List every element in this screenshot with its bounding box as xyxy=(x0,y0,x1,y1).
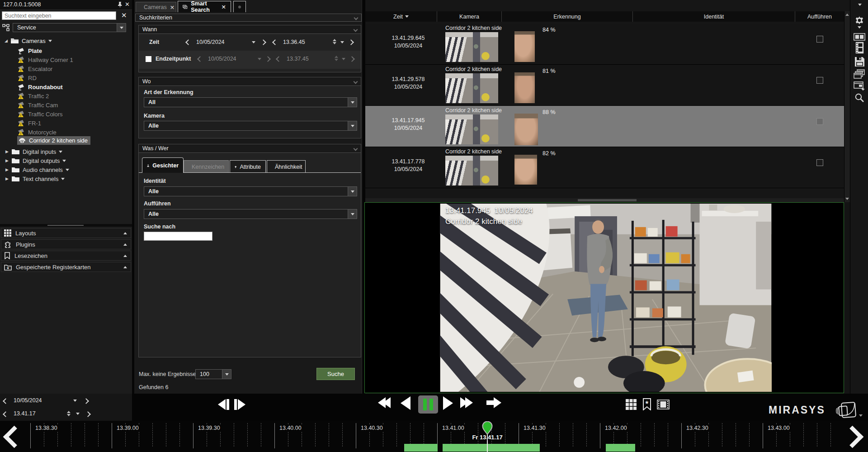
tab-smart-search[interactable]: Smart Search ✕ xyxy=(178,1,231,12)
result-row[interactable]: 13.41.29.64510/05/2024 Corridor 2 kitche… xyxy=(365,24,844,65)
collapsed-icon[interactable]: ▶ xyxy=(5,158,9,163)
sidebar-splitter[interactable] xyxy=(0,224,132,227)
tree-item-plate[interactable]: Plate xyxy=(17,46,42,55)
result-thumbnail[interactable] xyxy=(445,114,498,144)
collapsed-icon[interactable]: ▶ xyxy=(5,176,9,181)
search-clear-icon[interactable]: ✕ xyxy=(121,11,127,19)
tree-item-traffic-colors[interactable]: Traffic Colors xyxy=(17,109,63,119)
identitaet-select[interactable]: Alle xyxy=(144,186,357,196)
gear-dropdown-icon[interactable] xyxy=(858,26,861,29)
time-spinner[interactable] xyxy=(67,411,71,416)
tree-item-roundabout[interactable]: Roundabout xyxy=(17,82,63,91)
scrollbar-thumb[interactable] xyxy=(578,199,637,201)
auffuehren-checkbox[interactable] xyxy=(816,118,823,125)
column-header-kamera[interactable]: Kamera xyxy=(437,11,502,22)
service-dropdown-icon[interactable] xyxy=(117,24,126,32)
collapse-up-icon[interactable] xyxy=(123,232,127,234)
accordion-lesezeichen[interactable]: Lesezeichen xyxy=(1,251,131,261)
pause-button[interactable] xyxy=(418,395,438,414)
auffuehren-checkbox[interactable] xyxy=(816,77,823,84)
bookmark-star-icon[interactable]: ★ xyxy=(642,398,651,410)
chevron-down-icon[interactable] xyxy=(61,178,65,180)
tree-folder-digital-outputs[interactable]: ▶ Digital outputs xyxy=(5,156,66,165)
accordion-plugins[interactable]: Plugins xyxy=(1,239,131,249)
tree-item-traffic-2[interactable]: Traffic 2 xyxy=(17,91,49,100)
pin-icon[interactable] xyxy=(117,1,123,8)
tree-item-hallway-corner-1[interactable]: Hallway Corner 1 xyxy=(17,55,73,64)
scroll-down-icon[interactable] xyxy=(845,198,849,200)
kamera-select[interactable]: Alle xyxy=(144,121,357,131)
recording-activity-segment[interactable] xyxy=(404,444,438,452)
copy-windows-icon[interactable] xyxy=(854,69,865,79)
search-input[interactable] xyxy=(2,11,116,20)
tab-gesichter[interactable]: Gesichter xyxy=(142,157,184,173)
detected-face-image[interactable] xyxy=(514,114,538,145)
tree-item-escalator[interactable]: Escalator xyxy=(17,64,52,73)
filmstrip-view-icon[interactable] xyxy=(657,400,670,409)
result-thumbnail[interactable] xyxy=(445,32,498,62)
tree-item-fr-1[interactable]: FR-1 xyxy=(17,119,41,128)
tree-item-rd[interactable]: RD xyxy=(17,73,37,82)
detected-face-image[interactable] xyxy=(514,72,535,103)
tree-item-traffic-cam[interactable]: Traffic Cam xyxy=(17,100,58,109)
scroll-up-icon[interactable] xyxy=(845,14,849,16)
play-backward-button[interactable] xyxy=(401,396,410,411)
jump-forward-button[interactable] xyxy=(486,397,501,408)
column-header-erkennung[interactable]: Erkennung xyxy=(502,11,633,22)
play-button[interactable] xyxy=(443,396,453,411)
collapse-up-icon[interactable] xyxy=(123,255,127,257)
new-tab-button[interactable] xyxy=(233,1,246,12)
fast-rewind-button[interactable] xyxy=(378,397,391,408)
max-results-select[interactable]: 100 xyxy=(195,369,231,379)
step-backward-button[interactable] xyxy=(218,397,231,412)
recording-activity-segment[interactable] xyxy=(606,444,635,452)
date-prev-icon[interactable] xyxy=(3,398,9,404)
tree-item-motorcycle[interactable]: Motorcycle xyxy=(17,128,57,137)
time-dropdown-icon[interactable] xyxy=(76,413,80,415)
collapse-up-icon[interactable] xyxy=(123,266,127,268)
suche-button[interactable]: Suche xyxy=(316,368,355,380)
tree-folder-text-channels[interactable]: ▶ Text channels xyxy=(5,174,65,183)
column-header-identitaet[interactable]: Identität xyxy=(633,11,795,22)
time-prev-icon[interactable] xyxy=(3,411,9,417)
collapse-up-icon[interactable] xyxy=(123,243,127,246)
zeit-time-value[interactable]: 13.36.45 xyxy=(283,39,305,45)
dropdown-icon[interactable] xyxy=(222,370,231,379)
step-forward-button[interactable] xyxy=(234,397,248,412)
dropdown-icon[interactable] xyxy=(348,187,357,196)
auffuehren-select[interactable]: Alle xyxy=(144,209,357,219)
result-thumbnail[interactable] xyxy=(445,156,498,186)
tree-folder-digital-inputs[interactable]: ▶ Digital inputs xyxy=(5,147,62,156)
result-thumbnail[interactable] xyxy=(445,73,498,103)
vertical-scrollbar[interactable] xyxy=(844,11,850,202)
fast-forward-button[interactable] xyxy=(460,397,473,408)
tab-close-icon[interactable]: ✕ xyxy=(170,4,175,11)
column-header-auffuehren[interactable]: Aufführen xyxy=(795,11,844,22)
zeit-time-dropdown-icon[interactable] xyxy=(340,41,344,43)
collapsed-icon[interactable]: ▶ xyxy=(5,167,9,172)
dropdown-icon[interactable] xyxy=(348,209,357,219)
chevron-down-icon[interactable] xyxy=(66,169,69,171)
detected-face-image[interactable] xyxy=(514,31,535,62)
date-next-icon[interactable] xyxy=(83,398,89,404)
grid-view-icon[interactable] xyxy=(626,399,637,410)
suche-nach-input[interactable] xyxy=(144,232,212,241)
collapsed-icon[interactable]: ▶ xyxy=(5,149,9,154)
tab-attribute[interactable]: Attribute xyxy=(230,160,266,173)
auffuehren-checkbox[interactable] xyxy=(816,36,823,43)
endzeitpunkt-checkbox[interactable] xyxy=(146,56,151,62)
filmstrip-vertical-icon[interactable] xyxy=(854,42,865,54)
horizontal-scrollbar[interactable] xyxy=(365,198,844,202)
suchkriterien-header[interactable]: Suchkriterien xyxy=(135,14,362,22)
tab-aehnlichkeit[interactable]: Ähnlichkeit xyxy=(267,160,306,173)
recording-activity-segment[interactable] xyxy=(443,444,540,452)
tree-root-cameras[interactable]: ◢ Cameras xyxy=(5,36,52,45)
art-der-erkennung-select[interactable]: All xyxy=(144,97,357,107)
zeit-time-spinner[interactable] xyxy=(333,39,336,44)
tree-folder-audio-channels[interactable]: ▶ Audio channels xyxy=(5,165,69,174)
accordion-gespeicherte-registerkarten[interactable]: ★ Gespeicherte Registerkarten xyxy=(1,262,131,272)
column-header-zeit[interactable]: Zeit xyxy=(365,11,437,22)
zeit-date-value[interactable]: 10/05/2024 xyxy=(196,39,225,45)
new-window-icon[interactable] xyxy=(854,81,865,91)
settings-gear-icon[interactable] xyxy=(854,15,865,26)
